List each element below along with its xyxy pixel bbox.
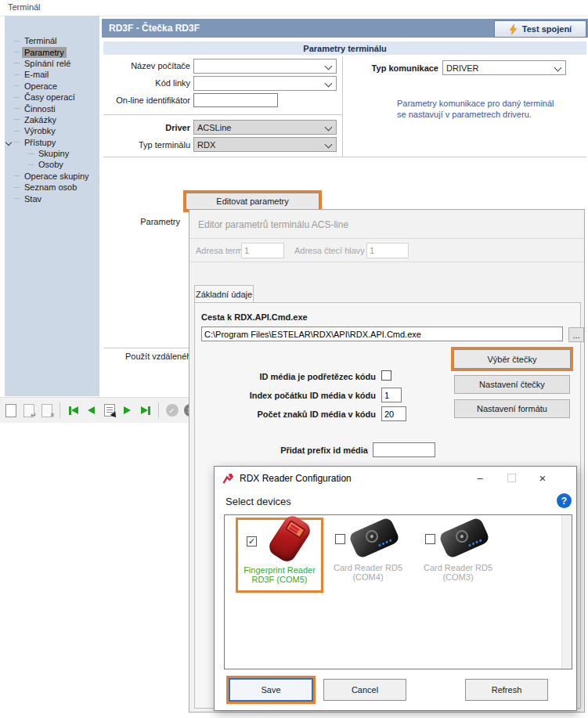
chevron-down-icon xyxy=(325,80,333,88)
sidebar-item-operace[interactable]: Operace xyxy=(5,81,99,92)
sidebar-item-osoby[interactable]: Osoby xyxy=(5,159,99,170)
device-item-rd5-com4[interactable]: Card Reader RD5 (COM4) xyxy=(326,518,414,593)
card-reader-image xyxy=(437,518,495,561)
section-title: Parametry terminálu xyxy=(103,41,586,55)
select-devices-label: Select devices xyxy=(225,496,291,507)
chevron-down-icon[interactable] xyxy=(5,139,12,145)
index-label: Index počátku ID média v kódu xyxy=(195,391,376,400)
editor-dialog-title: Editor parametrů terminálu ACS-line xyxy=(198,219,348,230)
sidebar-item-spinani-rele[interactable]: Spínání relé xyxy=(5,58,99,69)
chevron-down-icon xyxy=(554,64,562,72)
record-list-icon[interactable] xyxy=(102,403,117,418)
refresh-button[interactable]: Refresh xyxy=(465,679,548,701)
minimize-button[interactable]: – xyxy=(467,467,493,489)
terminal-type-label: Typ terminálu xyxy=(103,140,190,150)
computer-name-label: Název počítače xyxy=(103,61,190,70)
close-button[interactable]: × xyxy=(529,467,556,489)
comm-note-line1: Parametry komunikace pro daný terminál xyxy=(397,99,554,108)
rdx-app-icon xyxy=(222,473,234,484)
device-item-rd3f[interactable]: ✓ Fingerprint Reader RD3F (COM5) xyxy=(236,518,323,593)
chevron-down-icon xyxy=(325,141,333,149)
last-record-icon[interactable] xyxy=(138,403,153,418)
fingerprint-reader-image xyxy=(258,520,316,564)
device-list-scrollbar[interactable] xyxy=(561,515,572,669)
menu-terminal[interactable]: Terminál xyxy=(8,2,41,12)
revert-record-icon[interactable]: ↵ xyxy=(21,403,36,418)
chevron-down-icon xyxy=(325,63,333,70)
tab-zakladni-udaje[interactable]: Základní údaje xyxy=(194,285,254,303)
select-reader-highlight: Výběr čtečky xyxy=(451,347,573,371)
device-checkbox-rd3f[interactable]: ✓ xyxy=(247,536,257,547)
new-record-icon[interactable] xyxy=(3,403,18,418)
reader-settings-button[interactable]: Nastavení čtečky xyxy=(454,375,570,394)
online-id-label: On-line identifikátor xyxy=(103,96,190,105)
line-code-label: Kód linky xyxy=(103,78,190,88)
cancel-button[interactable]: Cancel xyxy=(323,679,406,701)
terminal-address-field[interactable] xyxy=(241,243,284,258)
online-id-field[interactable] xyxy=(193,93,278,107)
delete-record-icon[interactable]: × xyxy=(39,403,54,418)
sidebar-item-cinnosti[interactable]: Činnosti xyxy=(5,103,99,114)
panel-header: RD3F - Čtečka RD3F Test spojení xyxy=(102,19,588,38)
card-reader-image xyxy=(347,518,405,561)
length-field[interactable] xyxy=(381,406,406,421)
window-title: RDX Reader Configuration xyxy=(240,473,352,484)
browse-button[interactable]: ... xyxy=(568,327,584,342)
device-item-rd5-com3[interactable]: Card Reader RD5 (COM3) xyxy=(417,518,504,593)
prefix-label: Přidat prefix id média xyxy=(195,446,368,455)
sidebar-item-vyrobky[interactable]: Výrobky xyxy=(5,125,99,136)
sidebar-tree: Terminál Parametry Spínání relé E-mail O… xyxy=(5,16,99,396)
next-record-icon[interactable] xyxy=(120,403,135,418)
first-record-icon[interactable] xyxy=(66,403,81,418)
head-address-field[interactable] xyxy=(366,243,409,258)
sidebar-item-zakazky[interactable]: Zakázky xyxy=(5,114,99,125)
sidebar-item-operace-skupiny[interactable]: Operace skupiny xyxy=(5,171,99,182)
sidebar-item-terminal[interactable]: Terminál xyxy=(5,35,99,46)
maximize-button[interactable] xyxy=(498,467,525,489)
device-checkbox-rd5-com3[interactable] xyxy=(425,534,435,544)
sidebar-item-casy-operaci[interactable]: Časy operací xyxy=(5,92,99,103)
comm-type-combo[interactable]: DRIVER xyxy=(442,60,566,75)
line-code-combo[interactable] xyxy=(193,76,337,91)
test-connection-button[interactable]: Test spojení xyxy=(494,20,586,38)
params-label: Parametry xyxy=(117,217,180,226)
remote-label: Použít vzdáleného z xyxy=(125,352,189,361)
record-toolbar: ↵ × ✓ × xyxy=(0,397,189,423)
substring-label: ID média je podřetězec kódu xyxy=(195,372,376,381)
device-checkbox-rd5-com4[interactable] xyxy=(335,534,345,544)
comm-type-label: Typ komunikace xyxy=(345,63,438,73)
save-button[interactable]: Save xyxy=(229,678,313,702)
maximize-icon xyxy=(507,474,516,482)
prefix-field[interactable] xyxy=(373,442,435,457)
prev-record-icon[interactable] xyxy=(84,403,99,418)
substring-checkbox[interactable] xyxy=(381,370,391,381)
terminal-type-combo[interactable]: RDX xyxy=(193,137,337,152)
index-field[interactable] xyxy=(381,388,402,402)
path-field[interactable] xyxy=(201,327,563,341)
edit-params-button[interactable]: Editovat parametry xyxy=(186,193,319,210)
sidebar-item-stav[interactable]: Stav xyxy=(5,193,99,204)
computer-name-combo[interactable] xyxy=(193,59,337,74)
rdx-config-window: RDX Reader Configuration – × Select devi… xyxy=(214,466,577,711)
chevron-down-icon xyxy=(325,124,333,132)
sidebar-item-seznam-osob[interactable]: Seznam osob xyxy=(5,182,99,193)
sidebar-item-email[interactable]: E-mail xyxy=(5,69,99,80)
driver-combo[interactable]: ACSLine xyxy=(193,120,337,135)
confirm-record-icon[interactable]: ✓ xyxy=(164,403,179,418)
head-address-label: Adresa čtecí hlavy xyxy=(294,246,365,255)
save-highlight: Save xyxy=(226,676,316,704)
length-label: Počet znaků ID média v kódu xyxy=(195,410,376,419)
driver-label: Driver xyxy=(103,123,190,132)
comm-note-line2: se nastavují v parametrech driveru. xyxy=(397,110,532,119)
sidebar-item-parametry[interactable]: Parametry xyxy=(5,46,99,57)
device-list: ✓ Fingerprint Reader RD3F (COM5) xyxy=(224,514,572,669)
sidebar-item-pristupy[interactable]: Přístupy xyxy=(5,137,99,148)
help-icon[interactable]: ? xyxy=(557,493,572,508)
app-window: Terminál Terminál Parametry Spínání relé… xyxy=(0,0,588,718)
menu-bar: Terminál xyxy=(0,0,588,16)
sidebar-item-skupiny[interactable]: Skupiny xyxy=(5,148,99,159)
format-settings-button[interactable]: Nastavení formátu xyxy=(454,399,570,418)
select-reader-button[interactable]: Výběr čtečky xyxy=(453,349,571,369)
lightning-icon xyxy=(509,24,518,34)
path-label: Cesta k RDX.API.Cmd.exe xyxy=(201,312,308,322)
